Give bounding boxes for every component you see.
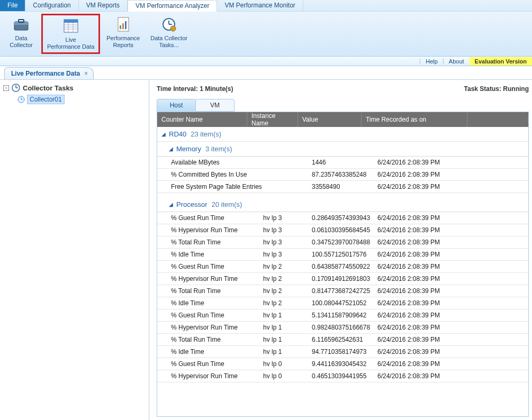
tab-configuration[interactable]: Configuration: [25, 0, 78, 11]
group-count: 23 item(s): [191, 130, 221, 138]
col-counter-name[interactable]: Counter Name: [157, 113, 247, 126]
collapse-icon[interactable]: −: [3, 85, 9, 91]
data-collector-tasks-button[interactable]: Data Collector Tasks...: [146, 14, 192, 51]
tab-vm-reports[interactable]: VM Reports: [79, 0, 128, 11]
cell-time: 6/24/2016 2:08:39 PM: [377, 312, 483, 319]
table-row[interactable]: Free System Page Table Entries335584906/…: [157, 181, 528, 193]
cell-instance: hv lp 1: [263, 312, 312, 319]
table-row[interactable]: % Hypervisor Run Timehv lp 10.9824803751…: [157, 322, 528, 334]
cell-instance: [263, 159, 312, 166]
cell-value: 5.13411587909642: [312, 312, 377, 319]
table-row[interactable]: % Idle Timehv lp 2100.0804475210526/24/2…: [157, 297, 528, 309]
table-row[interactable]: % Guest Run Timehv lp 15.134115879096426…: [157, 309, 528, 322]
table-row[interactable]: % Idle Timehv lp 194.77103581749736/24/2…: [157, 346, 528, 358]
group-memory[interactable]: ◢ Memory 3 item(s): [157, 142, 528, 157]
cell-time: 6/24/2016 2:08:39 PM: [377, 263, 483, 270]
main-split: − Collector Tasks Collector01 Time Inter…: [0, 80, 532, 420]
table-row[interactable]: % Idle Timehv lp 3100.5571250175766/24/2…: [157, 249, 528, 261]
ribbon-label: Performance: [106, 35, 140, 42]
table-row[interactable]: % Guest Run Timehv lp 30.286493574393943…: [157, 212, 528, 224]
cell-counter-name: % Hypervisor Run Time: [169, 372, 263, 380]
svg-rect-11: [120, 25, 121, 29]
cell-value: 0.061030395684545: [312, 226, 377, 234]
tree-root[interactable]: − Collector Tasks: [3, 83, 146, 93]
cell-time: 6/24/2016 2:08:39 PM: [377, 275, 483, 282]
cell-value: 0.46513039441955: [312, 372, 377, 380]
group-count: 3 item(s): [205, 145, 232, 153]
cell-instance: [263, 183, 312, 190]
cell-value: 9.44116393045432: [312, 360, 377, 368]
cell-value: 0.286493574393943: [312, 214, 377, 222]
group-rd40[interactable]: ◢ RD40 23 item(s): [157, 127, 528, 142]
table-row[interactable]: Available MBytes14466/24/2016 2:08:39 PM: [157, 157, 528, 169]
tree-root-label: Collector Tasks: [23, 84, 74, 92]
performance-reports-button[interactable]: Performance Reports: [102, 14, 144, 51]
chevron-down-icon: ◢: [169, 146, 173, 152]
ribbon-label: Reports: [113, 42, 133, 49]
table-row[interactable]: % Guest Run Timehv lp 20.643858774550922…: [157, 261, 528, 273]
cell-time: 6/24/2016 2:08:39 PM: [377, 336, 483, 343]
close-icon[interactable]: ×: [84, 70, 88, 77]
cell-instance: hv lp 2: [263, 275, 312, 282]
grid-body[interactable]: ◢ RD40 23 item(s) ◢ Memory 3 item(s) Ava…: [157, 127, 528, 416]
content-pane: Time Interval: 1 Minute(s) Task Status: …: [149, 80, 532, 420]
live-performance-data-button[interactable]: Live Performance Data: [41, 14, 100, 54]
tab-vm-performance-monitor[interactable]: VM Performance Monitor: [217, 0, 303, 11]
ribbon-tabs: File Configuration VM Reports VM Perform…: [0, 0, 532, 12]
document-tabs: Live Performance Data ×: [0, 66, 532, 80]
cell-time: 6/24/2016 2:08:39 PM: [377, 372, 483, 380]
col-value[interactable]: Value: [298, 113, 362, 126]
cell-counter-name: % Guest Run Time: [169, 312, 263, 319]
group-name: Processor: [176, 200, 208, 208]
clock-small-icon: [17, 95, 25, 104]
cell-counter-name: % Total Run Time: [169, 287, 263, 295]
group-count: 20 item(s): [212, 200, 242, 208]
cell-instance: hv lp 0: [263, 372, 312, 380]
clock-icon: [11, 83, 21, 93]
table-row[interactable]: % Guest Run Timehv lp 09.441163930454326…: [157, 358, 528, 370]
table-row[interactable]: % Hypervisor Run Timehv lp 30.0610303956…: [157, 224, 528, 236]
cell-instance: hv lp 1: [263, 324, 312, 331]
table-row[interactable]: % Committed Bytes In Use87.2357463385248…: [157, 169, 528, 181]
subtab-live-performance-data[interactable]: Live Performance Data ×: [4, 67, 94, 79]
table-row[interactable]: % Total Run Timehv lp 16.11659625426316/…: [157, 334, 528, 346]
cell-instance: hv lp 3: [263, 214, 312, 222]
cell-counter-name: % Hypervisor Run Time: [169, 275, 263, 282]
cell-value: 0.982480375166678: [312, 324, 377, 331]
clock-gear-icon: [160, 16, 177, 33]
table-row[interactable]: % Total Run Timehv lp 30.347523970078488…: [157, 236, 528, 249]
data-collector-button[interactable]: Data Collector: [3, 14, 39, 51]
group-processor[interactable]: ◢ Processor 20 item(s): [157, 197, 528, 212]
col-time-recorded[interactable]: Time Recorded as on: [362, 113, 467, 126]
tab-vm[interactable]: VM: [195, 99, 235, 112]
cell-counter-name: % Guest Run Time: [169, 263, 263, 270]
ribbon-label: Performance Data: [47, 43, 94, 50]
cell-time: 6/24/2016 2:08:39 PM: [377, 183, 483, 190]
grid-header: Counter Name Instance Name Value Time Re…: [157, 112, 528, 127]
about-link[interactable]: About: [443, 58, 470, 65]
task-status-value: Running: [503, 85, 529, 93]
spreadsheet-icon: [62, 17, 79, 34]
cell-time: 6/24/2016 2:08:39 PM: [377, 251, 483, 258]
cell-value: 100.080447521052: [312, 299, 377, 307]
cell-time: 6/24/2016 2:08:39 PM: [377, 226, 483, 234]
cell-counter-name: Available MBytes: [169, 159, 263, 166]
tab-file[interactable]: File: [0, 0, 25, 11]
tab-vm-performance-analyzer[interactable]: VM Performance Analyzer: [128, 0, 217, 12]
cell-counter-name: % Idle Time: [169, 299, 263, 307]
tab-host[interactable]: Host: [157, 99, 196, 112]
cell-counter-name: % Committed Bytes In Use: [169, 171, 263, 178]
cell-instance: hv lp 2: [263, 287, 312, 295]
cell-counter-name: % Guest Run Time: [169, 214, 263, 222]
interval-value: 1 Minute(s): [200, 85, 233, 93]
table-row[interactable]: % Hypervisor Run Timehv lp 20.1709149126…: [157, 273, 528, 285]
help-link[interactable]: Help: [420, 58, 443, 65]
cell-time: 6/24/2016 2:08:39 PM: [377, 324, 483, 331]
cell-value: 33558490: [312, 183, 377, 190]
table-row[interactable]: % Hypervisor Run Timehv lp 00.4651303944…: [157, 370, 528, 382]
cell-value: 0.814773687242725: [312, 287, 377, 295]
tree-item-collector01[interactable]: Collector01: [17, 95, 146, 104]
table-row[interactable]: % Total Run Timehv lp 20.814773687242725…: [157, 285, 528, 297]
cell-instance: hv lp 3: [263, 239, 312, 246]
briefcase-icon: [13, 16, 30, 33]
